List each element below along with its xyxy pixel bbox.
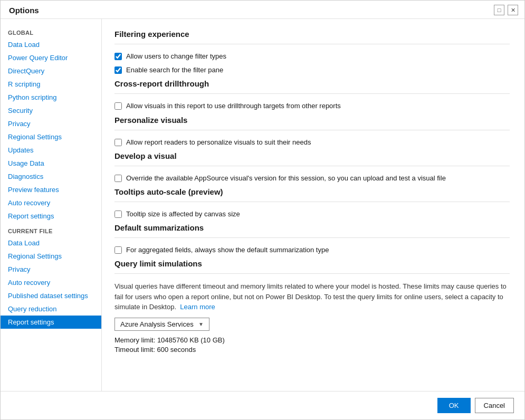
checkbox-allow-filter-types[interactable] bbox=[114, 53, 122, 60]
sidebar-item-cf-query-reduction[interactable]: Query reduction bbox=[1, 302, 101, 316]
global-section-label: GLOBAL bbox=[1, 24, 101, 38]
label-enable-search-filter: Enable search for the filter pane bbox=[126, 65, 223, 75]
label-allow-personalize: Allow report readers to personalize visu… bbox=[126, 138, 311, 147]
checkbox-override-appsource[interactable] bbox=[114, 175, 122, 182]
checkbox-row-override-appsource: Override the available AppSource visual'… bbox=[114, 174, 510, 183]
checkbox-row-drillthrough: Allow visuals in this report to use dril… bbox=[114, 101, 510, 111]
label-tooltip-canvas: Tooltip size is affected by canvas size bbox=[126, 209, 240, 219]
timeout-limit-text: Timeout limit: 600 seconds bbox=[114, 346, 510, 354]
capacity-dropdown-value: Azure Analysis Services bbox=[120, 320, 194, 328]
checkbox-allow-drillthrough[interactable] bbox=[114, 102, 122, 110]
section-title-filtering: Filtering experience bbox=[114, 30, 510, 39]
window-controls: □ ✕ bbox=[494, 5, 518, 15]
memory-limit-text: Memory limit: 10485760 KB (10 GB) bbox=[114, 336, 510, 344]
sidebar-item-r-scripting[interactable]: R scripting bbox=[1, 78, 101, 91]
label-allow-filter-types: Allow users to change filter types bbox=[126, 52, 226, 61]
sidebar: GLOBAL Data Load Power Query Editor Dire… bbox=[1, 19, 102, 391]
dialog-title: Options bbox=[9, 6, 39, 15]
sidebar-item-regional-settings[interactable]: Regional Settings bbox=[1, 130, 101, 144]
divider-develop-visual bbox=[114, 166, 510, 166]
checkbox-row-personalize: Allow report readers to personalize visu… bbox=[114, 138, 510, 147]
main-content: Filtering experience Allow users to chan… bbox=[102, 19, 524, 391]
sidebar-item-direct-query[interactable]: DirectQuery bbox=[1, 64, 101, 78]
sidebar-item-security[interactable]: Security bbox=[1, 104, 101, 117]
checkbox-tooltip-canvas[interactable] bbox=[114, 211, 122, 218]
section-default-summarizations: Default summarizations For aggregated fi… bbox=[114, 223, 510, 255]
section-title-query-limit: Query limit simulations bbox=[114, 259, 510, 268]
section-develop-visual: Develop a visual Override the available … bbox=[114, 151, 510, 183]
sidebar-item-preview-features[interactable]: Preview features bbox=[1, 183, 101, 196]
options-dialog: Options □ ✕ GLOBAL Data Load Power Query… bbox=[0, 0, 525, 420]
chevron-down-icon: ▼ bbox=[198, 321, 204, 327]
section-query-limit-simulations: Query limit simulations Visual queries h… bbox=[114, 259, 510, 354]
close-button[interactable]: ✕ bbox=[508, 5, 518, 15]
divider-tooltips bbox=[114, 202, 510, 202]
sidebar-item-cf-published-dataset-settings[interactable]: Published dataset settings bbox=[1, 289, 101, 302]
learn-more-link[interactable]: Learn more bbox=[180, 303, 215, 311]
checkbox-allow-personalize[interactable] bbox=[114, 139, 122, 146]
section-cross-report-drillthrough: Cross-report drillthrough Allow visuals … bbox=[114, 79, 510, 111]
sidebar-item-cf-auto-recovery[interactable]: Auto recovery bbox=[1, 276, 101, 289]
label-override-appsource: Override the available AppSource visual'… bbox=[126, 174, 446, 183]
divider-personalize bbox=[114, 130, 510, 130]
checkbox-row-tooltip-canvas: Tooltip size is affected by canvas size bbox=[114, 209, 510, 219]
sidebar-item-privacy[interactable]: Privacy bbox=[1, 117, 101, 130]
divider-default-summarizations bbox=[114, 237, 510, 238]
divider-cross-report bbox=[114, 93, 510, 94]
section-title-tooltips: Tooltips auto-scale (preview) bbox=[114, 187, 510, 196]
ok-button[interactable]: OK bbox=[437, 398, 471, 413]
checkbox-enable-search-filter[interactable] bbox=[114, 66, 122, 74]
dialog-body: GLOBAL Data Load Power Query Editor Dire… bbox=[1, 19, 524, 391]
sidebar-item-auto-recovery[interactable]: Auto recovery bbox=[1, 196, 101, 209]
section-title-cross-report: Cross-report drillthrough bbox=[114, 79, 510, 88]
sidebar-item-cf-report-settings[interactable]: Report settings bbox=[1, 316, 101, 329]
sidebar-item-cf-privacy[interactable]: Privacy bbox=[1, 263, 101, 276]
section-filtering-experience: Filtering experience Allow users to chan… bbox=[114, 30, 510, 75]
query-limit-description: Visual queries have different timeout an… bbox=[114, 281, 510, 312]
section-title-develop-visual: Develop a visual bbox=[114, 151, 510, 160]
checkbox-row-enable-search: Enable search for the filter pane bbox=[114, 65, 510, 75]
section-tooltips-auto-scale: Tooltips auto-scale (preview) Tooltip si… bbox=[114, 187, 510, 219]
checkbox-default-summarization[interactable] bbox=[114, 246, 122, 254]
capacity-dropdown[interactable]: Azure Analysis Services ▼ bbox=[114, 318, 209, 331]
sidebar-item-data-load[interactable]: Data Load bbox=[1, 38, 101, 51]
sidebar-item-cf-regional-settings[interactable]: Regional Settings bbox=[1, 250, 101, 263]
dialog-footer: OK Cancel bbox=[1, 391, 524, 419]
title-bar: Options □ ✕ bbox=[1, 1, 524, 19]
checkbox-row-allow-filter-types: Allow users to change filter types bbox=[114, 52, 510, 61]
cancel-button[interactable]: Cancel bbox=[475, 398, 514, 413]
sidebar-item-usage-data[interactable]: Usage Data bbox=[1, 157, 101, 170]
content-scroll-area[interactable]: Filtering experience Allow users to chan… bbox=[102, 19, 524, 391]
checkbox-row-default-summarization: For aggregated fields, always show the d… bbox=[114, 245, 510, 255]
section-title-default-summarizations: Default summarizations bbox=[114, 223, 510, 232]
sidebar-item-report-settings-global[interactable]: Report settings bbox=[1, 209, 101, 223]
label-allow-drillthrough: Allow visuals in this report to use dril… bbox=[126, 101, 341, 111]
minimize-button[interactable]: □ bbox=[494, 5, 504, 15]
sidebar-item-diagnostics[interactable]: Diagnostics bbox=[1, 170, 101, 183]
label-default-summarization: For aggregated fields, always show the d… bbox=[126, 245, 329, 255]
current-file-section-label: CURRENT FILE bbox=[1, 223, 101, 236]
divider-query-limit bbox=[114, 273, 510, 274]
sidebar-item-python-scripting[interactable]: Python scripting bbox=[1, 91, 101, 104]
divider-filtering bbox=[114, 44, 510, 44]
sidebar-item-updates[interactable]: Updates bbox=[1, 144, 101, 157]
sidebar-item-power-query-editor[interactable]: Power Query Editor bbox=[1, 51, 101, 64]
section-personalize-visuals: Personalize visuals Allow report readers… bbox=[114, 116, 510, 147]
sidebar-item-cf-data-load[interactable]: Data Load bbox=[1, 236, 101, 250]
capacity-dropdown-container: Azure Analysis Services ▼ bbox=[114, 318, 510, 331]
section-title-personalize: Personalize visuals bbox=[114, 116, 510, 125]
